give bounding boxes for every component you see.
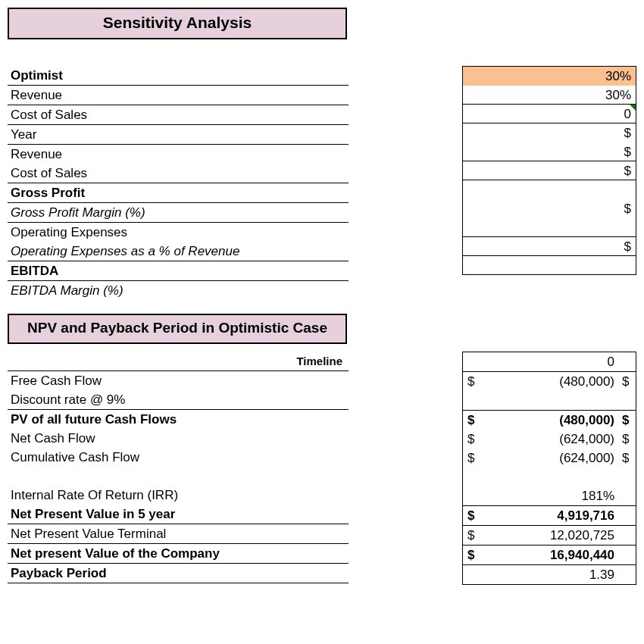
label-revenue: Revenue [8,145,349,164]
label-gross-profit: Gross Profit [8,183,349,202]
label-cos-pct: Cost of Sales [8,105,349,124]
label-gpm: Gross Profit Margin (%) [8,203,349,222]
cell-fcf[interactable]: (480,000) [486,372,619,391]
cell-opex[interactable]: $ [462,199,636,218]
cell-disc-trail [619,391,636,410]
cell-fcf-trail: $ [619,372,636,391]
cell-revenue[interactable]: $ [462,123,636,142]
label-opex: Operating Expenses [8,223,349,242]
cell-ccf-trail: $ [619,449,636,467]
cell-gross[interactable]: $ [462,161,636,180]
spacer [8,467,349,486]
cell-revenue-pct[interactable]: 30% [462,67,636,86]
cell-npvt-trail [619,526,636,545]
cell-ebitda[interactable]: $ [462,237,636,256]
cell-disc[interactable] [486,391,619,410]
label-revenue-pct: Revenue [8,86,349,105]
label-ccf: Cumulative Cash Flow [8,448,349,467]
label-ncf: Net Cash Flow [8,429,349,448]
cell-pv-sym: $ [462,411,486,430]
label-ebitda: EBITDA [8,261,349,280]
section-header-sensitivity: Sensitivity Analysis [8,8,347,39]
cell-ebitda-margin[interactable] [462,256,636,275]
cell-npv5-sym: $ [462,506,486,525]
cell-npv5-trail [619,506,636,525]
label-cos: Cost of Sales [8,164,349,183]
cell-irr[interactable]: 181% [486,486,619,505]
cell-timeline[interactable]: 0 [486,352,619,371]
cell-year[interactable]: 0 [462,105,636,123]
cell-payback-sym [462,565,486,584]
cell-irr-sym [462,486,486,505]
label-timeline: Timeline [8,352,349,370]
cell-pv[interactable]: (480,000) [486,411,619,430]
cell-ncf-trail: $ [619,430,636,449]
cell-ncf-sym: $ [462,430,486,449]
cell-payback[interactable]: 1.39 [486,565,619,584]
cell-cos[interactable]: $ [462,142,636,161]
label-opex-pct: Operating Expenses as a % of Revenue [8,242,349,261]
cell-disc-sym [462,391,486,410]
cell-npvc-trail [619,546,636,564]
label-irr: Internal Rate Of Return (IRR) [8,486,349,505]
cell-cos-pct[interactable]: 30% [462,86,636,105]
subheader-optimist: Optimist [8,66,349,85]
label-npvt: Net Present Value Terminal [8,524,349,543]
cell-spacer [486,467,619,486]
cell-npvc[interactable]: 16,940,440 [486,546,619,564]
label-npvc: Net present Value of the Company [8,544,349,563]
cell-npvc-sym: $ [462,546,486,564]
section-header-npv: NPV and Payback Period in Optimistic Cas… [8,314,347,344]
label-payback: Payback Period [8,564,349,583]
label-pv: PV of all future Cash Flows [8,410,349,429]
label-discount: Discount rate @ 9% [8,390,349,409]
cell-pv-trail: $ [619,411,636,430]
cell-spacer-sym [462,467,486,486]
cell-gpm[interactable] [462,180,636,199]
cell-spacer-trail [619,467,636,486]
cell-payback-trail [619,565,636,584]
label-npv5: Net Present Value in 5 year [8,505,349,524]
cell-fcf-sym: $ [462,372,486,391]
label-year: Year [8,125,349,144]
cell-npv5[interactable]: 4,919,716 [486,506,619,525]
cell-ccf-sym: $ [462,449,486,467]
cell-timeline-sym [462,352,486,371]
label-ebitda-margin: EBITDA Margin (%) [8,281,349,300]
cell-npvt[interactable]: 12,020,725 [486,526,619,545]
cell-opex-pct[interactable] [462,218,636,237]
cell-ccf[interactable]: (624,000) [486,449,619,467]
cell-npvt-sym: $ [462,526,486,545]
cell-timeline-trail [619,352,636,371]
label-fcf: Free Cash Flow [8,371,349,390]
cell-irr-trail [619,486,636,505]
cell-ncf[interactable]: (624,000) [486,430,619,449]
